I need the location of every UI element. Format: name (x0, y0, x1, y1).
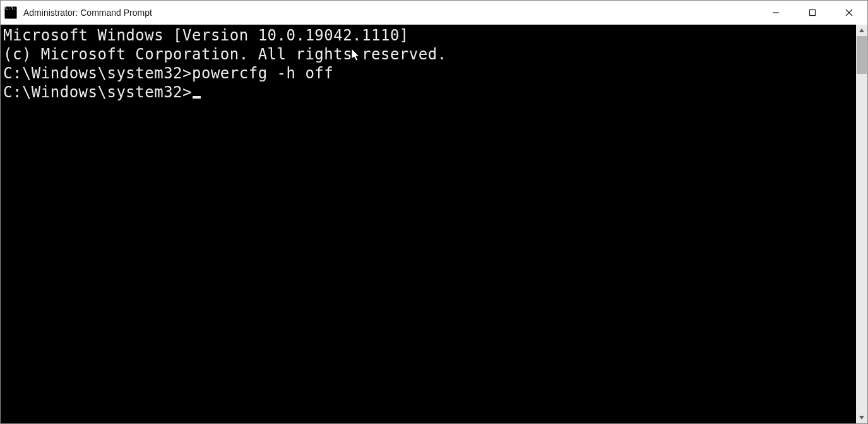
maximize-button[interactable] (794, 1, 831, 25)
terminal-line: (c) Microsoft Corporation. All rights re… (3, 45, 853, 64)
window-title: Administrator: Command Prompt (23, 8, 152, 18)
svg-rect-1 (810, 10, 816, 16)
vertical-scrollbar[interactable] (856, 25, 867, 423)
svg-marker-4 (859, 28, 864, 32)
terminal-line: C:\Windows\system32> (3, 83, 853, 102)
text-cursor (193, 96, 201, 99)
titlebar[interactable]: C:\. Administrator: Command Prompt (1, 1, 867, 25)
terminal-output[interactable]: Microsoft Windows [Version 10.0.19042.11… (1, 25, 856, 423)
scroll-up-button[interactable] (856, 25, 867, 36)
svg-marker-5 (859, 416, 864, 420)
close-button[interactable] (831, 1, 867, 25)
cmd-icon: C:\. (4, 6, 17, 19)
cmd-window: C:\. Administrator: Command Prompt Micro… (0, 0, 868, 424)
client-area: Microsoft Windows [Version 10.0.19042.11… (1, 25, 867, 423)
terminal-line: C:\Windows\system32>powercfg -h off (3, 64, 853, 83)
scrollbar-track[interactable] (856, 36, 867, 412)
minimize-button[interactable] (758, 1, 794, 25)
scrollbar-thumb[interactable] (857, 36, 867, 74)
terminal-line: Microsoft Windows [Version 10.0.19042.11… (3, 26, 853, 45)
scroll-down-button[interactable] (856, 412, 867, 423)
window-controls (758, 1, 867, 25)
